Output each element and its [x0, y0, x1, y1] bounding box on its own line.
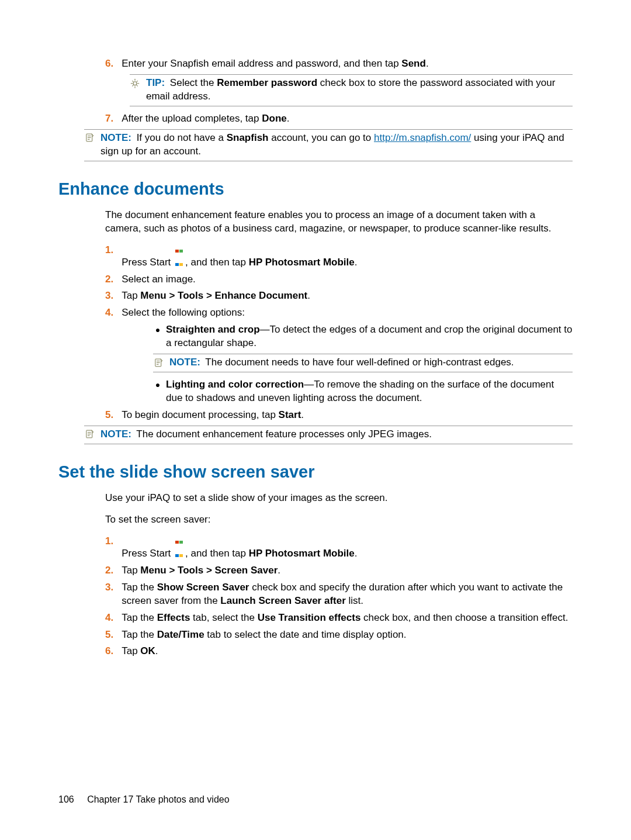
- step-text: Press Start , and then tap HP Photosmart…: [122, 535, 573, 561]
- step-7: 7. After the upload completes, tap Done.: [105, 112, 573, 126]
- list-number: 4.: [105, 306, 122, 320]
- enhance-step-2: 2. Select an image.: [105, 273, 573, 286]
- enhance-intro: The document enhancement feature enables…: [105, 209, 573, 236]
- enhance-step-3: 3. Tap Menu > Tools > Enhance Document.: [105, 289, 573, 303]
- list-number: 4.: [105, 611, 122, 625]
- bullet-straighten: ● Straighten and crop—To detect the edge…: [150, 323, 573, 350]
- enhance-step-4: 4. Select the following options:: [105, 306, 573, 320]
- svg-line-8: [137, 85, 138, 87]
- list-number: 2.: [105, 564, 122, 578]
- bullet-lighting: ● Lighting and color correction—To remov…: [150, 378, 573, 405]
- slideshow-step-5: 5. Tap the Date/Time tab to select the d…: [105, 628, 573, 642]
- step-text: Press Start , and then tap HP Photosmart…: [122, 244, 573, 269]
- note-callout-jpeg: NOTE: The document enhancement feature p…: [84, 426, 573, 444]
- note-icon: [84, 133, 95, 143]
- page-number: 106: [58, 794, 74, 804]
- chapter-title: Chapter 17 Take photos and video: [87, 794, 229, 804]
- slideshow-step-4: 4. Tap the Effects tab, select the Use T…: [105, 611, 573, 625]
- slideshow-step-3: 3. Tap the Show Screen Saver check box a…: [105, 581, 573, 608]
- note-callout-edges: NOTE: The document needs to have four we…: [153, 354, 573, 372]
- snapfish-link[interactable]: http://m.snapfish.com/: [374, 132, 471, 143]
- enhance-step-5: 5. To begin document processing, tap Sta…: [105, 409, 573, 422]
- bullet-marker: ●: [150, 378, 166, 405]
- page-footer: 106 Chapter 17 Take photos and video: [58, 793, 230, 806]
- list-number: 5.: [105, 409, 122, 422]
- lightbulb-icon: [130, 78, 140, 88]
- list-number: 1.: [105, 244, 122, 269]
- step-text: After the upload completes, tap Done.: [122, 112, 573, 126]
- step-text: Tap the Date/Time tab to select the date…: [122, 628, 573, 642]
- note-callout: NOTE: If you do not have a Snapfish acco…: [84, 129, 573, 161]
- enhance-step-1: 1. Press Start , and then tap HP Photosm…: [105, 244, 573, 269]
- svg-line-5: [133, 81, 134, 82]
- note-icon: [153, 357, 164, 368]
- list-number: 5.: [105, 628, 122, 642]
- list-number: 1.: [105, 535, 122, 561]
- svg-point-0: [133, 82, 137, 85]
- list-number: 3.: [105, 581, 122, 608]
- step-text: Tap the Show Screen Saver check box and …: [122, 581, 573, 608]
- step-text: Tap Menu > Tools > Screen Saver.: [122, 564, 573, 578]
- note-label: NOTE:: [100, 428, 131, 440]
- step-text: To begin document processing, tap Start.: [122, 409, 573, 422]
- step-text: Tap the Effects tab, select the Use Tran…: [122, 611, 573, 625]
- svg-line-7: [133, 85, 134, 87]
- tip-callout: TIP: Select the Remember password check …: [130, 74, 573, 106]
- list-number: 7.: [105, 112, 122, 126]
- step-text: Select an image.: [122, 273, 573, 286]
- list-number: 6.: [105, 645, 122, 658]
- note-icon: [84, 429, 95, 440]
- slideshow-lead: To set the screen saver:: [105, 513, 573, 527]
- slideshow-intro: Use your iPAQ to set a slide show of you…: [105, 492, 573, 505]
- windows-start-icon: [175, 244, 184, 252]
- slideshow-step-1: 1. Press Start , and then tap HP Photosm…: [105, 535, 573, 561]
- list-number: 3.: [105, 289, 122, 303]
- heading-slideshow: Set the slide show screen saver: [58, 461, 573, 483]
- list-number: 2.: [105, 273, 122, 286]
- step-6: 6. Enter your Snapfish email address and…: [105, 57, 573, 71]
- step-text: Tap OK.: [122, 645, 573, 658]
- slideshow-step-2: 2. Tap Menu > Tools > Screen Saver.: [105, 564, 573, 578]
- windows-start-icon: [175, 535, 184, 543]
- slideshow-step-6: 6. Tap OK.: [105, 645, 573, 658]
- note-label: NOTE:: [169, 357, 200, 368]
- svg-line-6: [137, 81, 138, 82]
- step-text: Tap Menu > Tools > Enhance Document.: [122, 289, 573, 303]
- step-text: Select the following options:: [122, 306, 573, 320]
- list-number: 6.: [105, 57, 122, 71]
- step-text: Enter your Snapfish email address and pa…: [122, 57, 573, 71]
- tip-label: TIP:: [146, 77, 165, 88]
- note-label: NOTE:: [100, 132, 131, 143]
- bullet-marker: ●: [150, 323, 166, 350]
- heading-enhance-documents: Enhance documents: [58, 178, 573, 201]
